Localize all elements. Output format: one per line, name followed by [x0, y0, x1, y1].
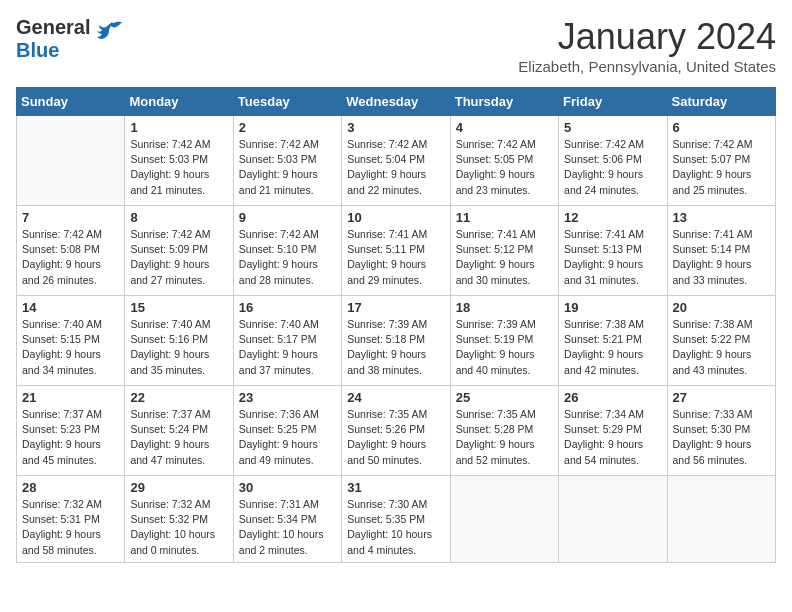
- calendar-cell: 23Sunrise: 7:36 AMSunset: 5:25 PMDayligh…: [233, 386, 341, 476]
- day-info: Sunrise: 7:41 AMSunset: 5:11 PMDaylight:…: [347, 227, 444, 288]
- day-info: Sunrise: 7:34 AMSunset: 5:29 PMDaylight:…: [564, 407, 661, 468]
- day-number: 3: [347, 120, 444, 135]
- header-day-thursday: Thursday: [450, 88, 558, 116]
- calendar-cell: 28Sunrise: 7:32 AMSunset: 5:31 PMDayligh…: [17, 476, 125, 563]
- day-info: Sunrise: 7:41 AMSunset: 5:12 PMDaylight:…: [456, 227, 553, 288]
- calendar-cell: 6Sunrise: 7:42 AMSunset: 5:07 PMDaylight…: [667, 116, 775, 206]
- day-number: 6: [673, 120, 770, 135]
- day-info: Sunrise: 7:37 AMSunset: 5:24 PMDaylight:…: [130, 407, 227, 468]
- day-info: Sunrise: 7:33 AMSunset: 5:30 PMDaylight:…: [673, 407, 770, 468]
- day-info: Sunrise: 7:42 AMSunset: 5:05 PMDaylight:…: [456, 137, 553, 198]
- calendar-cell: 24Sunrise: 7:35 AMSunset: 5:26 PMDayligh…: [342, 386, 450, 476]
- day-info: Sunrise: 7:42 AMSunset: 5:09 PMDaylight:…: [130, 227, 227, 288]
- day-info: Sunrise: 7:39 AMSunset: 5:18 PMDaylight:…: [347, 317, 444, 378]
- day-number: 9: [239, 210, 336, 225]
- calendar-cell: 17Sunrise: 7:39 AMSunset: 5:18 PMDayligh…: [342, 296, 450, 386]
- day-info: Sunrise: 7:30 AMSunset: 5:35 PMDaylight:…: [347, 497, 444, 558]
- day-number: 19: [564, 300, 661, 315]
- day-number: 17: [347, 300, 444, 315]
- calendar-cell: 18Sunrise: 7:39 AMSunset: 5:19 PMDayligh…: [450, 296, 558, 386]
- day-number: 2: [239, 120, 336, 135]
- day-number: 10: [347, 210, 444, 225]
- day-number: 22: [130, 390, 227, 405]
- day-number: 14: [22, 300, 119, 315]
- calendar-cell: 7Sunrise: 7:42 AMSunset: 5:08 PMDaylight…: [17, 206, 125, 296]
- day-info: Sunrise: 7:37 AMSunset: 5:23 PMDaylight:…: [22, 407, 119, 468]
- day-info: Sunrise: 7:42 AMSunset: 5:04 PMDaylight:…: [347, 137, 444, 198]
- day-number: 16: [239, 300, 336, 315]
- day-number: 13: [673, 210, 770, 225]
- calendar-cell: 11Sunrise: 7:41 AMSunset: 5:12 PMDayligh…: [450, 206, 558, 296]
- calendar-cell: 27Sunrise: 7:33 AMSunset: 5:30 PMDayligh…: [667, 386, 775, 476]
- calendar-cell: 8Sunrise: 7:42 AMSunset: 5:09 PMDaylight…: [125, 206, 233, 296]
- calendar-cell: 2Sunrise: 7:42 AMSunset: 5:03 PMDaylight…: [233, 116, 341, 206]
- calendar-cell: 3Sunrise: 7:42 AMSunset: 5:04 PMDaylight…: [342, 116, 450, 206]
- calendar-cell: 16Sunrise: 7:40 AMSunset: 5:17 PMDayligh…: [233, 296, 341, 386]
- day-number: 25: [456, 390, 553, 405]
- day-info: Sunrise: 7:40 AMSunset: 5:17 PMDaylight:…: [239, 317, 336, 378]
- week-row-3: 14Sunrise: 7:40 AMSunset: 5:15 PMDayligh…: [17, 296, 776, 386]
- calendar-cell: 5Sunrise: 7:42 AMSunset: 5:06 PMDaylight…: [559, 116, 667, 206]
- day-number: 4: [456, 120, 553, 135]
- day-number: 12: [564, 210, 661, 225]
- day-number: 23: [239, 390, 336, 405]
- day-info: Sunrise: 7:42 AMSunset: 5:03 PMDaylight:…: [130, 137, 227, 198]
- calendar-cell: [17, 116, 125, 206]
- calendar-cell: 29Sunrise: 7:32 AMSunset: 5:32 PMDayligh…: [125, 476, 233, 563]
- logo-text: General Blue: [16, 16, 90, 62]
- week-row-1: 1Sunrise: 7:42 AMSunset: 5:03 PMDaylight…: [17, 116, 776, 206]
- calendar-cell: 14Sunrise: 7:40 AMSunset: 5:15 PMDayligh…: [17, 296, 125, 386]
- day-info: Sunrise: 7:42 AMSunset: 5:10 PMDaylight:…: [239, 227, 336, 288]
- calendar-cell: 4Sunrise: 7:42 AMSunset: 5:05 PMDaylight…: [450, 116, 558, 206]
- calendar-cell: [450, 476, 558, 563]
- calendar-cell: [667, 476, 775, 563]
- day-info: Sunrise: 7:31 AMSunset: 5:34 PMDaylight:…: [239, 497, 336, 558]
- week-row-2: 7Sunrise: 7:42 AMSunset: 5:08 PMDaylight…: [17, 206, 776, 296]
- day-number: 29: [130, 480, 227, 495]
- day-number: 26: [564, 390, 661, 405]
- calendar-cell: 22Sunrise: 7:37 AMSunset: 5:24 PMDayligh…: [125, 386, 233, 476]
- header-row: SundayMondayTuesdayWednesdayThursdayFrid…: [17, 88, 776, 116]
- day-info: Sunrise: 7:32 AMSunset: 5:31 PMDaylight:…: [22, 497, 119, 558]
- day-number: 7: [22, 210, 119, 225]
- day-info: Sunrise: 7:40 AMSunset: 5:15 PMDaylight:…: [22, 317, 119, 378]
- day-info: Sunrise: 7:42 AMSunset: 5:07 PMDaylight:…: [673, 137, 770, 198]
- calendar-cell: 9Sunrise: 7:42 AMSunset: 5:10 PMDaylight…: [233, 206, 341, 296]
- logo: General Blue: [16, 16, 124, 62]
- day-number: 30: [239, 480, 336, 495]
- day-number: 5: [564, 120, 661, 135]
- day-number: 20: [673, 300, 770, 315]
- day-info: Sunrise: 7:42 AMSunset: 5:06 PMDaylight:…: [564, 137, 661, 198]
- calendar-cell: 20Sunrise: 7:38 AMSunset: 5:22 PMDayligh…: [667, 296, 775, 386]
- header-day-monday: Monday: [125, 88, 233, 116]
- calendar-table: SundayMondayTuesdayWednesdayThursdayFrid…: [16, 87, 776, 563]
- month-title: January 2024: [518, 16, 776, 58]
- day-info: Sunrise: 7:35 AMSunset: 5:28 PMDaylight:…: [456, 407, 553, 468]
- calendar-cell: [559, 476, 667, 563]
- day-number: 18: [456, 300, 553, 315]
- day-info: Sunrise: 7:41 AMSunset: 5:14 PMDaylight:…: [673, 227, 770, 288]
- day-info: Sunrise: 7:42 AMSunset: 5:03 PMDaylight:…: [239, 137, 336, 198]
- location-title: Elizabeth, Pennsylvania, United States: [518, 58, 776, 75]
- day-number: 15: [130, 300, 227, 315]
- calendar-cell: 10Sunrise: 7:41 AMSunset: 5:11 PMDayligh…: [342, 206, 450, 296]
- day-number: 28: [22, 480, 119, 495]
- calendar-cell: 26Sunrise: 7:34 AMSunset: 5:29 PMDayligh…: [559, 386, 667, 476]
- day-number: 21: [22, 390, 119, 405]
- day-number: 11: [456, 210, 553, 225]
- day-info: Sunrise: 7:41 AMSunset: 5:13 PMDaylight:…: [564, 227, 661, 288]
- calendar-cell: 1Sunrise: 7:42 AMSunset: 5:03 PMDaylight…: [125, 116, 233, 206]
- day-info: Sunrise: 7:39 AMSunset: 5:19 PMDaylight:…: [456, 317, 553, 378]
- header-day-wednesday: Wednesday: [342, 88, 450, 116]
- week-row-4: 21Sunrise: 7:37 AMSunset: 5:23 PMDayligh…: [17, 386, 776, 476]
- header-day-saturday: Saturday: [667, 88, 775, 116]
- day-info: Sunrise: 7:32 AMSunset: 5:32 PMDaylight:…: [130, 497, 227, 558]
- logo-blue: Blue: [16, 39, 59, 61]
- day-number: 8: [130, 210, 227, 225]
- header: General Blue January 2024 Elizabeth, Pen…: [16, 16, 776, 75]
- day-number: 1: [130, 120, 227, 135]
- logo-general: General: [16, 16, 90, 38]
- day-number: 31: [347, 480, 444, 495]
- header-day-sunday: Sunday: [17, 88, 125, 116]
- calendar-cell: 15Sunrise: 7:40 AMSunset: 5:16 PMDayligh…: [125, 296, 233, 386]
